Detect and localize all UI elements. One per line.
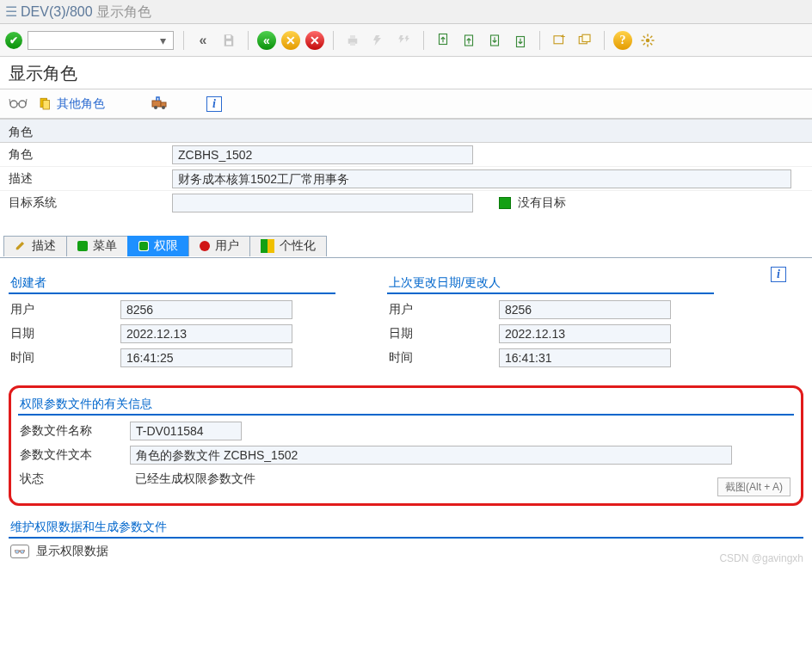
status-dot-icon: [138, 241, 149, 251]
creator-user-value: 8256: [120, 300, 292, 319]
back-double-icon[interactable]: «: [193, 30, 213, 51]
save-icon: [218, 30, 239, 51]
info-icon[interactable]: i: [206, 96, 222, 112]
command-input[interactable]: [28, 31, 174, 50]
role-value[interactable]: ZCBHS_1502: [172, 145, 473, 164]
ok-button[interactable]: [5, 32, 22, 49]
svg-point-21: [10, 101, 17, 108]
cancel-button[interactable]: ✕: [305, 31, 324, 50]
creator-time-value: 16:41:25: [120, 348, 292, 367]
svg-rect-4: [350, 42, 355, 46]
prev-page-icon[interactable]: [458, 30, 479, 51]
profile-name-label: 参数文件名称: [18, 423, 130, 439]
edit-icon: [15, 239, 27, 254]
changer-user-label: 用户: [387, 302, 499, 317]
display-icon[interactable]: 👓: [10, 545, 29, 558]
maintain-group: 维护权限数据和生成参数文件 👓 显示权限数据: [9, 518, 803, 559]
svg-line-17: [643, 35, 645, 37]
back-button[interactable]: «: [257, 31, 276, 50]
screenshot-hint[interactable]: 截图(Alt + A): [717, 477, 790, 496]
next-page-icon[interactable]: [484, 30, 505, 51]
profile-status-value: 已经生成权限参数文件: [130, 471, 255, 487]
target-row: 目标系统 没有目标: [0, 191, 812, 215]
profile-info-head: 权限参数文件的有关信息: [18, 395, 794, 416]
glasses-icon[interactable]: [9, 95, 28, 112]
help-button[interactable]: ?: [613, 31, 632, 50]
changer-time-value: 16:41:31: [499, 348, 671, 367]
svg-rect-0: [226, 35, 231, 39]
exit-button[interactable]: ✕: [281, 31, 300, 50]
main-toolbar: ▾ « « ✕ ✕ ?: [0, 24, 812, 57]
profile-text-label: 参数文件文本: [18, 447, 130, 463]
svg-rect-24: [43, 100, 50, 109]
tabstrip: 描述 菜单 权限 用户 个性化: [0, 234, 812, 258]
last-page-icon[interactable]: [510, 30, 531, 51]
desc-row: 描述 财务成本核算1502工厂常用事务: [0, 167, 812, 191]
no-target-label: 没有目标: [518, 195, 566, 211]
tab-menu[interactable]: 菜单: [66, 236, 128, 256]
settings-icon[interactable]: [637, 30, 658, 51]
desc-label: 描述: [0, 171, 172, 187]
other-roles-label: 其他角色: [57, 96, 105, 112]
info-icon[interactable]: i: [771, 267, 786, 282]
personalization-icon: [261, 239, 274, 253]
window-titlebar: ☰ DEV(3)/800 显示角色: [0, 0, 812, 24]
svg-line-18: [650, 43, 652, 45]
app-toolbar: 其他角色 i: [0, 89, 812, 119]
tab-label: 描述: [32, 238, 56, 254]
watermark: CSDN @gavingxh: [719, 552, 803, 564]
svg-point-28: [162, 106, 165, 109]
changer-group: 上次更改日期/更改人 用户8256 日期2022.12.13 时间16:41:3…: [387, 274, 714, 370]
tab-content: i 创建者 用户8256 日期2022.12.13 时间16:41:25 上次更…: [0, 258, 812, 568]
status-dot-icon: [77, 241, 88, 251]
shortcut-icon[interactable]: [575, 30, 595, 51]
tab-label: 菜单: [93, 238, 117, 254]
svg-rect-1: [226, 40, 231, 45]
svg-rect-9: [554, 35, 563, 43]
print-icon: [342, 30, 363, 51]
tab-authorization[interactable]: 权限: [127, 236, 189, 256]
system-path: DEV(3)/800: [21, 0, 93, 24]
maintain-head: 维护权限数据和生成参数文件: [9, 518, 803, 539]
dropdown-icon[interactable]: ▾: [160, 34, 166, 47]
changer-time-label: 时间: [387, 350, 499, 366]
svg-line-20: [650, 35, 652, 37]
creator-date-label: 日期: [9, 326, 120, 342]
other-roles-button[interactable]: 其他角色: [38, 96, 105, 112]
tab-description[interactable]: 描述: [3, 236, 67, 256]
new-session-icon[interactable]: [549, 30, 569, 51]
first-page-icon[interactable]: [433, 30, 453, 51]
tab-label: 用户: [215, 238, 239, 254]
svg-rect-11: [582, 34, 590, 41]
changer-head: 上次更改日期/更改人: [387, 274, 714, 294]
profile-name-value: T-DV011584: [130, 422, 242, 440]
creator-group: 创建者 用户8256 日期2022.12.13 时间16:41:25: [9, 274, 335, 370]
tab-label: 权限: [154, 238, 178, 254]
transport-icon[interactable]: [151, 95, 169, 112]
profile-info-box: 权限参数文件的有关信息 参数文件名称T-DV011584 参数文件文本角色的参数…: [9, 385, 803, 506]
status-square-icon: [499, 197, 511, 209]
target-value[interactable]: [172, 194, 473, 212]
desc-value[interactable]: 财务成本核算1502工厂常用事务: [172, 169, 791, 188]
page-title: 显示角色: [0, 57, 812, 89]
svg-rect-3: [350, 35, 355, 39]
role-section-header: 角色: [0, 119, 812, 143]
svg-point-27: [154, 106, 157, 109]
display-auth-button[interactable]: 显示权限数据: [36, 544, 108, 559]
svg-point-22: [19, 101, 26, 108]
window-subtitle: 显示角色: [96, 0, 151, 24]
svg-point-12: [646, 38, 650, 42]
tab-user[interactable]: 用户: [188, 236, 250, 256]
status-dot-icon: [200, 241, 210, 251]
find-next-icon: [394, 30, 415, 51]
changer-date-value: 2022.12.13: [499, 324, 671, 343]
tab-personalization[interactable]: 个性化: [249, 236, 327, 256]
changer-user-value: 8256: [499, 300, 671, 319]
creator-date-value: 2022.12.13: [120, 324, 292, 343]
profile-status-label: 状态: [18, 471, 130, 487]
menu-icon[interactable]: ☰: [5, 0, 17, 24]
find-icon: [368, 30, 389, 51]
role-row: 角色 ZCBHS_1502: [0, 143, 812, 167]
profile-text-value: 角色的参数文件 ZCBHS_1502: [130, 446, 732, 465]
creator-user-label: 用户: [9, 302, 120, 317]
